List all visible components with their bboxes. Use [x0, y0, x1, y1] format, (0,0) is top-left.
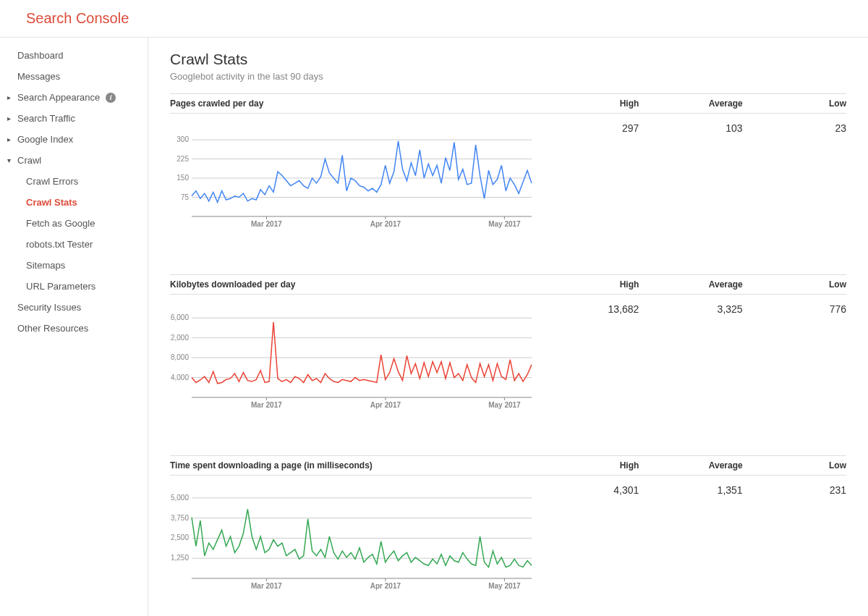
sidebar-item-label: Crawl Stats	[26, 197, 77, 208]
stat-header-low: Low	[743, 279, 846, 290]
svg-text:May 2017: May 2017	[488, 582, 521, 590]
sidebar-item-label: Messages	[17, 71, 60, 82]
stat-header-high: High	[535, 279, 639, 290]
sidebar-item-messages[interactable]: Messages	[0, 66, 148, 87]
sidebar-item-fetch-as-google[interactable]: Fetch as Google	[0, 213, 148, 234]
stat-header-high: High	[535, 98, 639, 109]
sidebar-item-label: Other Resources	[17, 323, 88, 334]
section-kilobytes-downloaded-per-day: Kilobytes downloaded per dayHighAverageL…	[170, 274, 846, 412]
sidebar-item-dashboard[interactable]: Dashboard	[0, 45, 148, 66]
section-pages-crawled-per-day: Pages crawled per dayHighAverageLow75150…	[170, 93, 846, 231]
chart: 75150225300Mar 2017Apr 2017May 2017	[170, 122, 535, 231]
sidebar-item-crawl-errors[interactable]: Crawl Errors	[0, 171, 148, 192]
stat-value-low: 23	[743, 122, 846, 231]
svg-text:4,000: 4,000	[171, 374, 189, 381]
stat-value-average: 103	[639, 122, 742, 231]
svg-text:Mar 2017: Mar 2017	[251, 582, 282, 590]
svg-text:3,750: 3,750	[171, 514, 189, 522]
section-title: Kilobytes downloaded per day	[170, 279, 535, 290]
stat-header-low: Low	[743, 98, 846, 109]
sidebar-group-label: Search Traffic	[17, 113, 75, 124]
svg-text:May 2017: May 2017	[488, 401, 521, 409]
chart: 4,0008,00012,00016,000Mar 2017Apr 2017Ma…	[170, 303, 535, 412]
stat-header-low: Low	[743, 460, 846, 471]
sidebar-group-label: Search Appearance	[17, 92, 100, 103]
sidebar-item-label: Crawl Errors	[26, 176, 78, 187]
sidebar: Dashboard Messages ▸Search Appearancei▸S…	[0, 38, 148, 616]
sidebar-group-search-traffic[interactable]: ▸Search Traffic	[0, 108, 148, 129]
sidebar-item-label: robots.txt Tester	[26, 239, 93, 250]
sidebar-item-crawl-stats[interactable]: Crawl Stats	[0, 192, 148, 213]
svg-text:225: 225	[176, 155, 189, 163]
caret-right-icon: ▸	[7, 114, 14, 122]
section-title: Pages crawled per day	[170, 98, 535, 109]
main-content: Crawl Stats Googlebot activity in the la…	[148, 38, 868, 616]
sidebar-item-label: URL Parameters	[26, 281, 95, 292]
chart-container: 1,2502,5003,7505,000Mar 2017Apr 2017May …	[170, 484, 535, 593]
page-subtitle: Googlebot activity in the last 90 days	[170, 71, 846, 82]
header: Search Console	[0, 0, 868, 38]
info-icon[interactable]: i	[106, 93, 116, 103]
stat-value-high: 13,682	[535, 303, 639, 412]
sidebar-item-label: Dashboard	[17, 50, 64, 61]
stat-value-low: 776	[743, 303, 846, 412]
svg-text:12,000: 12,000	[170, 334, 189, 342]
svg-text:Apr 2017: Apr 2017	[370, 220, 401, 228]
stat-value-high: 297	[535, 122, 639, 231]
stat-value-average: 1,351	[639, 484, 742, 593]
chart: 1,2502,5003,7505,000Mar 2017Apr 2017May …	[170, 484, 535, 593]
svg-text:150: 150	[176, 174, 189, 182]
logo[interactable]: Search Console	[26, 10, 129, 26]
stat-header-average: Average	[639, 279, 742, 290]
svg-text:Apr 2017: Apr 2017	[370, 401, 401, 409]
svg-text:8,000: 8,000	[171, 353, 189, 361]
svg-text:5,000: 5,000	[171, 494, 189, 502]
sidebar-item-sitemaps[interactable]: Sitemaps	[0, 255, 148, 276]
caret-down-icon: ▾	[7, 156, 14, 164]
stat-header-average: Average	[639, 460, 742, 471]
stat-value-average: 3,325	[639, 303, 742, 412]
sidebar-item-url-parameters[interactable]: URL Parameters	[0, 276, 148, 297]
sidebar-group-google-index[interactable]: ▸Google Index	[0, 129, 148, 150]
page-title: Crawl Stats	[170, 51, 846, 68]
svg-text:75: 75	[181, 193, 190, 201]
sidebar-item-robots-txt-tester[interactable]: robots.txt Tester	[0, 234, 148, 255]
svg-text:Mar 2017: Mar 2017	[251, 401, 282, 409]
stat-header-high: High	[535, 460, 639, 471]
svg-text:2,500: 2,500	[171, 533, 189, 541]
svg-text:1,250: 1,250	[171, 554, 189, 562]
svg-text:Mar 2017: Mar 2017	[251, 220, 282, 228]
caret-right-icon: ▸	[7, 93, 14, 101]
sidebar-group-label: Google Index	[17, 134, 73, 145]
section-time-spent-downloading-a-page-in-milliseconds-: Time spent downloading a page (in millis…	[170, 455, 846, 593]
sidebar-group-label: Crawl	[17, 155, 41, 166]
sidebar-group-crawl[interactable]: ▾Crawl	[0, 150, 148, 171]
svg-text:300: 300	[176, 135, 189, 143]
stat-header-average: Average	[639, 98, 742, 109]
sidebar-item-label: Fetch as Google	[26, 218, 95, 229]
caret-right-icon: ▸	[7, 135, 14, 143]
stat-value-high: 4,301	[535, 484, 639, 593]
section-title: Time spent downloading a page (in millis…	[170, 460, 535, 471]
svg-text:May 2017: May 2017	[488, 220, 521, 228]
svg-text:16,000: 16,000	[170, 313, 189, 321]
sidebar-item-other[interactable]: Other Resources	[0, 318, 148, 339]
stat-value-low: 231	[743, 484, 846, 593]
sidebar-item-security[interactable]: Security Issues	[0, 297, 148, 318]
chart-container: 75150225300Mar 2017Apr 2017May 2017	[170, 122, 535, 231]
sidebar-item-label: Security Issues	[17, 302, 81, 313]
sidebar-item-label: Sitemaps	[26, 260, 65, 271]
svg-text:Apr 2017: Apr 2017	[370, 582, 401, 590]
chart-container: 4,0008,00012,00016,000Mar 2017Apr 2017Ma…	[170, 303, 535, 412]
sidebar-group-search-appearance[interactable]: ▸Search Appearancei	[0, 87, 148, 108]
